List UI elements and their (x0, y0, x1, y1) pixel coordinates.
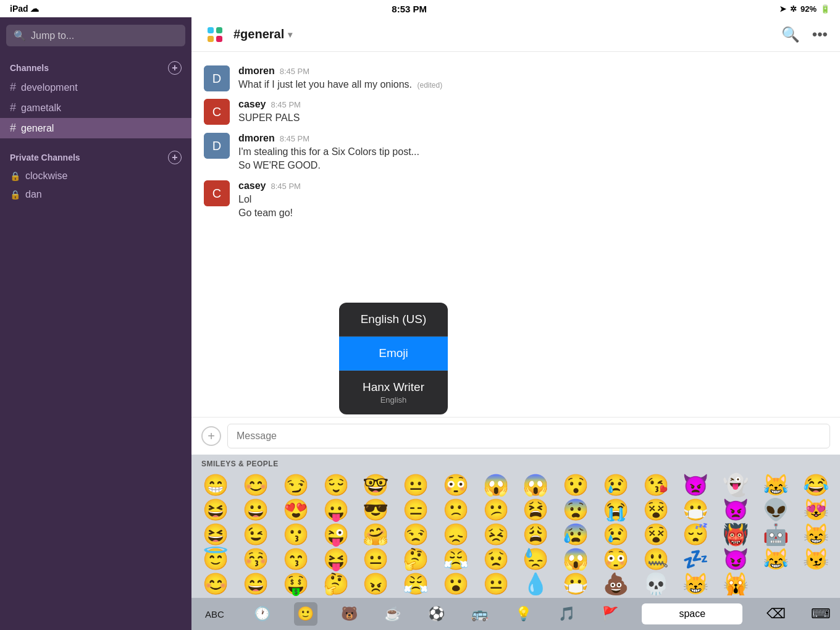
emoji-cell[interactable]: 😩 (516, 523, 555, 546)
add-private-channel-button[interactable]: + (168, 151, 182, 164)
more-options-button[interactable]: ••• (812, 26, 828, 43)
emoji-cell[interactable]: 😘 (636, 473, 675, 497)
sidebar-item-development[interactable]: # development (0, 77, 191, 98)
abc-button[interactable]: ABC (199, 605, 230, 623)
sidebar-item-gametalk[interactable]: # gametalk (0, 98, 191, 118)
language-option-emoji[interactable]: Emoji (339, 337, 448, 371)
emoji-cell[interactable]: 😻 (796, 498, 835, 521)
sidebar-item-dan[interactable]: 🔒 dan (0, 185, 191, 204)
emoji-cell[interactable]: 😌 (316, 473, 355, 497)
emoji-cell[interactable]: 👽 (757, 498, 796, 521)
emoji-cell[interactable]: 🤖 (757, 523, 796, 546)
delete-button[interactable]: ⌫ (763, 602, 789, 626)
emoji-cell[interactable]: 😒 (397, 523, 435, 546)
emoji-cell[interactable]: 😐 (476, 572, 515, 595)
emoji-cell[interactable]: 😸 (676, 572, 715, 595)
emoji-cell[interactable]: 😹 (757, 547, 796, 571)
space-button[interactable]: space (642, 603, 742, 624)
dropdown-arrow-icon[interactable]: ▾ (288, 30, 292, 40)
emoji-cell[interactable]: 😴 (676, 523, 715, 546)
emoji-cell[interactable]: 😆 (196, 498, 235, 521)
travel-emoji-button[interactable]: 🚌 (468, 602, 492, 626)
emoji-cell[interactable]: 😚 (237, 547, 275, 571)
emoji-cell[interactable]: 😇 (196, 547, 235, 571)
emoji-cell[interactable]: 😳 (437, 473, 476, 497)
emoji-cell[interactable]: 🤓 (356, 473, 395, 497)
emoji-cell[interactable] (796, 572, 835, 595)
emoji-cell[interactable]: 😊 (237, 473, 275, 497)
emoji-cell[interactable]: 😵 (636, 523, 675, 546)
objects-emoji-button[interactable]: 💡 (511, 602, 535, 626)
emoji-cell[interactable]: 😸 (796, 523, 835, 546)
emoji-cell[interactable]: 😗 (277, 523, 316, 546)
emoji-cell[interactable]: 💤 (676, 547, 715, 571)
emoji-cell[interactable]: 😓 (516, 547, 555, 571)
emoji-cell[interactable]: 😱 (556, 547, 595, 571)
emoji-cell[interactable]: 😂 (796, 473, 835, 497)
add-channel-button[interactable]: + (168, 61, 182, 75)
emoji-cell[interactable]: 💩 (597, 572, 636, 595)
animal-emoji-button[interactable]: 🐻 (337, 602, 361, 626)
emoji-cell[interactable] (757, 572, 796, 595)
search-button[interactable]: 🔍 (781, 26, 800, 43)
language-option-hanx-writer[interactable]: Hanx Writer English (339, 371, 448, 414)
emoji-cell[interactable]: 🙀 (716, 572, 755, 595)
emoji-cell[interactable]: 😆 (196, 523, 235, 546)
emoji-cell[interactable]: 👿 (676, 473, 715, 497)
activity-emoji-button[interactable]: ⚽ (424, 602, 448, 626)
emoji-cell[interactable]: 😐 (397, 473, 435, 497)
emoji-cell[interactable]: 😈 (716, 547, 755, 571)
emoji-cell[interactable]: 😀 (237, 498, 275, 521)
emoji-cell[interactable]: 😝 (316, 547, 355, 571)
emoji-cell[interactable]: 😜 (316, 523, 355, 546)
emoji-cell[interactable]: 🤑 (277, 572, 316, 595)
emoji-cell[interactable]: 😱 (476, 473, 515, 497)
keyboard-switch-button[interactable]: ⌨ (809, 602, 833, 626)
emoji-cell[interactable]: 👿 (716, 498, 755, 521)
emoji-cell[interactable]: 😣 (476, 523, 515, 546)
emoji-cell[interactable]: 😠 (356, 572, 395, 595)
emoji-cell[interactable]: 😯 (556, 473, 595, 497)
emoji-cell[interactable]: 😹 (757, 473, 796, 497)
emoji-cell[interactable]: 👹 (716, 523, 755, 546)
sidebar-item-clockwise[interactable]: 🔒 clockwise (0, 167, 191, 185)
add-attachment-button[interactable]: + (201, 426, 221, 446)
emoji-cell[interactable]: 🙁 (437, 498, 476, 521)
emoji-cell[interactable]: 😤 (397, 572, 435, 595)
emoji-cell[interactable]: 😨 (556, 498, 595, 521)
message-input[interactable] (227, 424, 830, 448)
emoji-cell[interactable]: 😮 (437, 572, 476, 595)
emoji-cell[interactable]: 😍 (277, 498, 316, 521)
emoji-cell[interactable]: 😙 (277, 547, 316, 571)
emoji-cell[interactable]: 😳 (597, 547, 636, 571)
emoji-cell[interactable]: 🤗 (356, 523, 395, 546)
emoji-cell[interactable]: 🤐 (636, 547, 675, 571)
emoji-cell[interactable]: 😤 (437, 547, 476, 571)
emoji-cell[interactable]: 💀 (636, 572, 675, 595)
symbols-emoji-button[interactable]: 🎵 (555, 602, 578, 626)
food-emoji-button[interactable]: ☕ (381, 602, 405, 626)
emoji-cell[interactable]: 😵 (636, 498, 675, 521)
emoji-cell[interactable]: 😐 (356, 547, 395, 571)
emoji-cell[interactable]: 😟 (476, 547, 515, 571)
smiley-emoji-button[interactable]: 🙂 (294, 602, 317, 626)
emoji-cell[interactable]: 😑 (397, 498, 435, 521)
jump-to-search[interactable]: 🔍 Jump to... (6, 25, 185, 46)
emoji-cell[interactable]: 😱 (516, 473, 555, 497)
emoji-cell[interactable]: 😊 (196, 572, 235, 595)
emoji-cell[interactable]: 😎 (356, 498, 395, 521)
emoji-cell[interactable]: 😰 (556, 523, 595, 546)
emoji-cell[interactable]: 😢 (597, 473, 636, 497)
emoji-cell[interactable]: 😕 (476, 498, 515, 521)
emoji-cell[interactable]: 😷 (556, 572, 595, 595)
emoji-cell[interactable]: 😞 (437, 523, 476, 546)
emoji-cell[interactable]: 🤔 (316, 572, 355, 595)
emoji-cell[interactable]: 😭 (597, 498, 636, 521)
emoji-cell[interactable]: 😄 (237, 572, 275, 595)
flags-emoji-button[interactable]: 🚩 (598, 602, 622, 626)
emoji-cell[interactable]: 💧 (516, 572, 555, 595)
recent-emoji-button[interactable]: 🕐 (250, 602, 274, 626)
emoji-cell[interactable]: 😼 (796, 547, 835, 571)
emoji-cell[interactable]: 😫 (516, 498, 555, 521)
emoji-cell[interactable]: 🤔 (397, 547, 435, 571)
